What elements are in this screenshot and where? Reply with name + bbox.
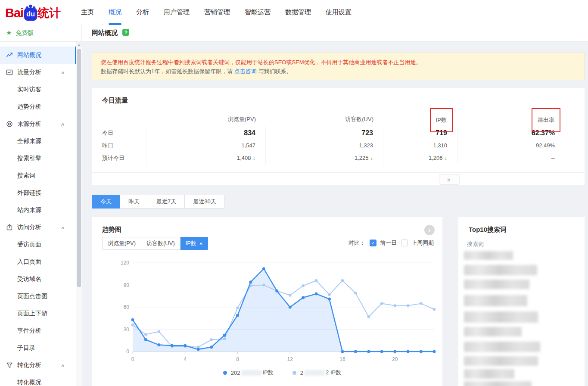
compare-label: 对比： bbox=[348, 239, 365, 247]
table-row: 昨日1,5471,3231,31092.49% bbox=[92, 139, 565, 152]
date-range-tabs: 今天昨天最近7天最近30天 bbox=[92, 195, 225, 209]
nav-item-4[interactable]: 营销管理 bbox=[203, 0, 231, 24]
sidebar-scrollbar[interactable]: ▲ bbox=[76, 42, 82, 386]
redacted-search-term[interactable] bbox=[464, 381, 532, 386]
sidebar-item-19[interactable]: 转化概况 bbox=[0, 374, 76, 386]
redacted-search-term[interactable] bbox=[464, 280, 529, 289]
nav-item-6[interactable]: 数据管理 bbox=[284, 0, 312, 24]
sidebar-item-3[interactable]: 趋势分析 bbox=[0, 98, 76, 115]
column-header: 访客数(UV) bbox=[345, 116, 373, 122]
sidebar-item-6[interactable]: 搜索引擎 bbox=[0, 150, 76, 167]
range-tab-2[interactable]: 最近7天 bbox=[148, 195, 185, 209]
sidebar-item-12[interactable]: 入口页面 bbox=[0, 253, 76, 271]
consult-link[interactable]: 点击咨询 bbox=[234, 68, 257, 75]
metric-value: 1,225 bbox=[355, 155, 369, 161]
today-traffic-card: 今日流量 浏览量(PV)访客数(UV)IP数跳出率今日83472371962.3… bbox=[92, 88, 585, 185]
metric-tabs: 浏览量(PV)访客数(UV)IP数∧ bbox=[102, 237, 208, 250]
app-root: Bai du 统计 主页概况分析用户管理营销管理智能运营数据管理使用设置 ★免费… bbox=[0, 0, 588, 386]
sidebar-item-15[interactable]: 页面上下游 bbox=[0, 305, 76, 322]
range-tab-1[interactable]: 昨天 bbox=[120, 195, 148, 209]
metric-tab-1[interactable]: 访客数(UV) bbox=[141, 237, 180, 250]
chevron-up-icon: ∧ bbox=[60, 70, 65, 75]
source-icon bbox=[6, 121, 13, 128]
nav-item-3[interactable]: 用户管理 bbox=[163, 0, 190, 24]
redacted-search-term[interactable] bbox=[464, 265, 537, 275]
metric-tab-2[interactable]: IP数∧ bbox=[180, 237, 208, 250]
checkbox-unchecked[interactable] bbox=[401, 240, 408, 246]
today-traffic-table: 浏览量(PV)访客数(UV)IP数跳出率今日83472371962.37%昨日1… bbox=[92, 112, 565, 164]
logo-text-bai: Bai bbox=[5, 4, 23, 22]
legend-item-0[interactable]: 202 IP数 bbox=[223, 369, 274, 377]
redacted-search-term[interactable] bbox=[464, 342, 540, 352]
nav-item-2[interactable]: 分析 bbox=[135, 0, 150, 24]
redacted-search-term[interactable] bbox=[464, 295, 527, 306]
compare-option-0[interactable]: ✓前一日 bbox=[370, 239, 397, 247]
redacted-search-term[interactable] bbox=[464, 327, 522, 336]
expand-button[interactable]: » bbox=[439, 174, 460, 185]
baidu-tongji-logo[interactable]: Bai du 统计 bbox=[5, 3, 61, 22]
redacted-search-term[interactable] bbox=[464, 251, 513, 260]
funnel-icon bbox=[6, 362, 13, 369]
redacted-search-term[interactable] bbox=[464, 356, 538, 366]
sidebar-item-8[interactable]: 外部链接 bbox=[0, 184, 76, 202]
down-arrow-icon: ↓ bbox=[253, 155, 256, 161]
sidebar-item-5[interactable]: 全部来源 bbox=[0, 133, 76, 150]
legend-item-1[interactable]: 22 IP数 bbox=[292, 369, 341, 377]
nav-item-1[interactable]: 概况 bbox=[108, 0, 122, 24]
sidebar-item-10[interactable]: 访问分析∧ bbox=[0, 219, 76, 236]
sidebar-item-0[interactable]: 网站概况 bbox=[0, 47, 76, 64]
chevron-up-icon: ∧ bbox=[60, 363, 65, 368]
search-term-column-header: 搜索词 bbox=[467, 240, 484, 248]
notice-info-text: 数据存储时长默认为1年，如需延长数据保留年限，请 点击咨询 与我们联系。 bbox=[101, 67, 576, 76]
svg-text:4: 4 bbox=[184, 356, 187, 362]
compare-option-1[interactable]: 上周同期 bbox=[401, 239, 434, 247]
table-row: 预计今日1,408↓1,225↓1,206↓-- bbox=[92, 152, 565, 164]
column-header-annotated: 跳出率 bbox=[532, 108, 560, 132]
metric-value: 834 bbox=[244, 129, 255, 137]
trend-line-chart: 0306090120048121620 bbox=[118, 258, 436, 365]
sidebar-item-14[interactable]: 页面点击图 bbox=[0, 288, 76, 305]
sidebar-item-16[interactable]: 事件分析 bbox=[0, 322, 76, 339]
plan-badge[interactable]: ★免费版 bbox=[0, 24, 82, 41]
svg-text:60: 60 bbox=[124, 304, 130, 310]
redacted-search-term[interactable] bbox=[464, 311, 538, 323]
svg-text:8: 8 bbox=[236, 356, 239, 362]
table-row: 今日83472371962.37% bbox=[92, 127, 565, 139]
sidebar-item-9[interactable]: 站内来源 bbox=[0, 202, 76, 219]
metric-value: 723 bbox=[361, 129, 373, 137]
nav-item-0[interactable]: 主页 bbox=[80, 0, 95, 24]
top-nav: 主页概况分析用户管理营销管理智能运营数据管理使用设置 bbox=[80, 0, 352, 24]
help-icon[interactable]: ? bbox=[122, 29, 129, 36]
sidebar-item-11[interactable]: 受访页面 bbox=[0, 236, 76, 253]
chevron-right-icon[interactable]: › bbox=[424, 225, 435, 235]
nav-item-5[interactable]: 智能运营 bbox=[244, 0, 271, 24]
range-tab-3[interactable]: 最近30天 bbox=[185, 195, 224, 209]
svg-text:90: 90 bbox=[124, 282, 130, 288]
metric-value: 92.49% bbox=[536, 142, 555, 149]
redacted-search-term[interactable] bbox=[464, 369, 514, 379]
sidebar-item-1[interactable]: 流量分析∧ bbox=[0, 64, 76, 81]
svg-text:0: 0 bbox=[126, 349, 129, 355]
checkbox-checked[interactable]: ✓ bbox=[370, 240, 376, 246]
sidebar-item-4[interactable]: 来源分析∧ bbox=[0, 115, 76, 133]
scrollbar-up-arrow-icon[interactable]: ▲ bbox=[76, 42, 82, 47]
sidebar-item-18[interactable]: 转化分析∧ bbox=[0, 357, 76, 374]
svg-text:20: 20 bbox=[392, 356, 398, 362]
range-tab-0[interactable]: 今天 bbox=[92, 195, 120, 209]
scrollbar-thumb[interactable] bbox=[77, 49, 81, 287]
plan-label: 免费版 bbox=[16, 29, 34, 36]
logo-du-badge: du bbox=[24, 8, 37, 21]
metric-tab-0[interactable]: 浏览量(PV) bbox=[102, 237, 141, 250]
sidebar-item-2[interactable]: 实时访客 bbox=[0, 81, 76, 98]
metric-value: 1,408 bbox=[237, 155, 251, 161]
sidebar-item-13[interactable]: 受访域名 bbox=[0, 271, 76, 288]
nav-item-7[interactable]: 使用设置 bbox=[325, 0, 352, 24]
line-chart-icon bbox=[6, 52, 13, 59]
sidebar-item-17[interactable]: 子目录 bbox=[0, 339, 76, 357]
metric-value: 1,310 bbox=[433, 142, 447, 149]
today-traffic-title: 今日流量 bbox=[102, 96, 128, 105]
metric-value: 1,206 bbox=[429, 155, 443, 161]
metric-value: 1,323 bbox=[359, 142, 373, 149]
top-search-title: Top10搜索词 bbox=[469, 226, 507, 234]
sidebar-item-7[interactable]: 搜索词 bbox=[0, 167, 76, 184]
